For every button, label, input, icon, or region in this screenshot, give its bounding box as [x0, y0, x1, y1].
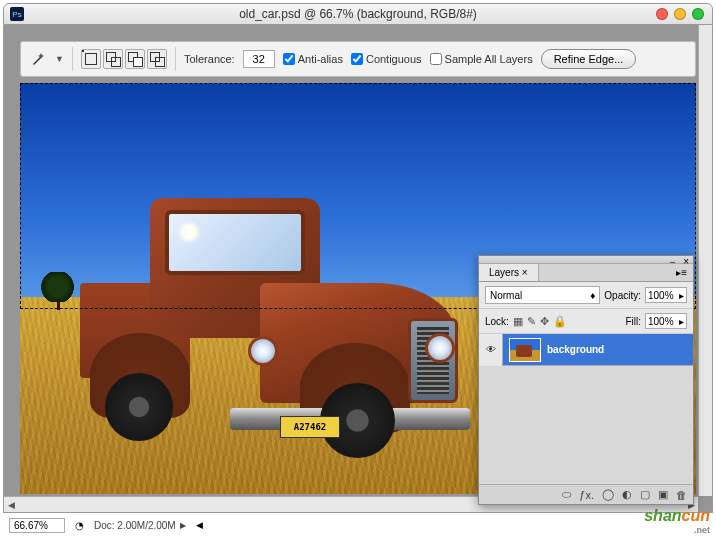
selection-add-button[interactable]	[103, 49, 123, 69]
sample-all-layers-checkbox[interactable]: Sample All Layers	[430, 53, 533, 65]
window-title: old_car.psd @ 66.7% (background, RGB/8#)	[239, 7, 477, 21]
panel-titlebar[interactable]: – ×	[479, 256, 693, 264]
lock-pixels-icon[interactable]: ✎	[527, 315, 536, 328]
app-icon: Ps	[10, 7, 24, 21]
zoom-level-input[interactable]: 66.67%	[9, 518, 65, 533]
lock-position-icon[interactable]: ✥	[540, 315, 549, 328]
zoom-window-button[interactable]	[692, 8, 704, 20]
selection-new-button[interactable]	[81, 49, 101, 69]
panel-minimize-icon[interactable]: –	[670, 257, 675, 267]
scroll-left-arrow-icon[interactable]: ◀	[4, 498, 18, 512]
magic-wand-icon[interactable]	[29, 50, 47, 68]
layer-list: 👁 background	[479, 334, 693, 484]
selection-intersect-button[interactable]	[147, 49, 167, 69]
contiguous-checkbox[interactable]: Contiguous	[351, 53, 422, 65]
scroll-left-icon[interactable]: ◀	[196, 520, 203, 530]
layers-footer: ⬭ ƒx. ◯ ◐ ▢ ▣ 🗑	[479, 484, 693, 504]
status-extras-icon[interactable]: ◔	[75, 520, 84, 531]
layer-name[interactable]: background	[547, 344, 604, 355]
lock-label: Lock:	[485, 316, 509, 327]
window-titlebar: Ps old_car.psd @ 66.7% (background, RGB/…	[3, 3, 713, 25]
tolerance-label: Tolerance:	[184, 53, 235, 65]
watermark: shancun .net	[644, 507, 710, 535]
lock-all-icon[interactable]: 🔒	[553, 315, 567, 328]
document-info[interactable]: Doc: 2.00M/2.00M ▶	[94, 520, 186, 531]
window-controls	[656, 8, 704, 20]
layers-tab[interactable]: Layers ×	[479, 264, 539, 281]
delete-layer-icon[interactable]: 🗑	[676, 489, 687, 501]
selection-mode-group	[81, 49, 167, 69]
refine-edge-button[interactable]: Refine Edge...	[541, 49, 637, 69]
license-plate: A27462	[280, 416, 340, 438]
adjustment-layer-icon[interactable]: ◐	[622, 488, 632, 501]
tool-preset-dropdown[interactable]: ▼	[55, 54, 64, 64]
layers-panel: – × Layers × ▸≡ Normal♦ Opacity: 100%▸ L…	[478, 255, 694, 505]
visibility-eye-icon[interactable]: 👁	[479, 334, 503, 366]
opacity-input[interactable]: 100%▸	[645, 287, 687, 303]
blend-mode-select[interactable]: Normal♦	[485, 286, 600, 304]
new-layer-icon[interactable]: ▣	[658, 488, 668, 501]
status-bar: 66.67% ◔ Doc: 2.00M/2.00M ▶ ◀	[3, 516, 713, 534]
layer-effects-icon[interactable]: ƒx.	[579, 489, 594, 501]
vertical-scrollbar[interactable]	[698, 25, 712, 496]
anti-alias-checkbox[interactable]: Anti-alias	[283, 53, 343, 65]
close-window-button[interactable]	[656, 8, 668, 20]
workspace: ▼ Tolerance: Anti-alias Contiguous Sampl…	[3, 25, 713, 513]
layer-thumbnail[interactable]	[509, 338, 541, 362]
layer-group-icon[interactable]: ▢	[640, 488, 650, 501]
lock-transparency-icon[interactable]: ▦	[513, 315, 523, 328]
panel-close-icon[interactable]: ×	[683, 256, 689, 267]
tool-options-bar: ▼ Tolerance: Anti-alias Contiguous Sampl…	[20, 41, 696, 77]
fill-input[interactable]: 100%▸	[645, 313, 687, 329]
opacity-label: Opacity:	[604, 290, 641, 301]
tolerance-input[interactable]	[243, 50, 275, 68]
link-layers-icon[interactable]: ⬭	[562, 488, 571, 501]
minimize-window-button[interactable]	[674, 8, 686, 20]
selection-subtract-button[interactable]	[125, 49, 145, 69]
layer-mask-icon[interactable]: ◯	[602, 488, 614, 501]
fill-label: Fill:	[625, 316, 641, 327]
layer-row[interactable]: 👁 background	[479, 334, 693, 366]
